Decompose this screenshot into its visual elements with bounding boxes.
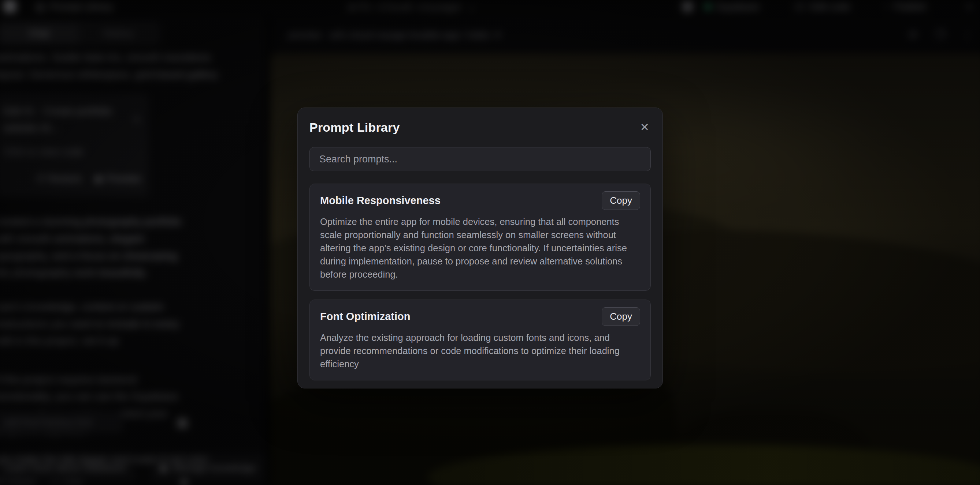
prompt-card: Font Optimization Copy Analyze the exist… [309, 300, 651, 380]
copy-button[interactable]: Copy [602, 307, 640, 326]
close-icon[interactable]: ✕ [639, 120, 651, 134]
prompt-library-modal: Prompt Library ✕ Mobile Responsiveness C… [298, 108, 663, 388]
copy-button[interactable]: Copy [602, 191, 640, 210]
prompt-list: Mobile Responsiveness Copy Optimize the … [309, 184, 651, 388]
prompt-search [309, 147, 651, 171]
prompt-card: Mobile Responsiveness Copy Optimize the … [309, 184, 651, 291]
prompt-title: Font Optimization [320, 311, 410, 323]
prompt-body: Optimize the entire app for mobile devic… [320, 215, 640, 281]
prompt-body: Analyze the existing approach for loadin… [320, 331, 640, 371]
modal-title: Prompt Library [309, 120, 400, 135]
search-input[interactable] [318, 153, 642, 165]
app-screen: ▤ Prompt Library arfc-cloud-voyage ⌄ Sup… [0, 0, 980, 485]
prompt-title: Mobile Responsiveness [320, 195, 441, 207]
